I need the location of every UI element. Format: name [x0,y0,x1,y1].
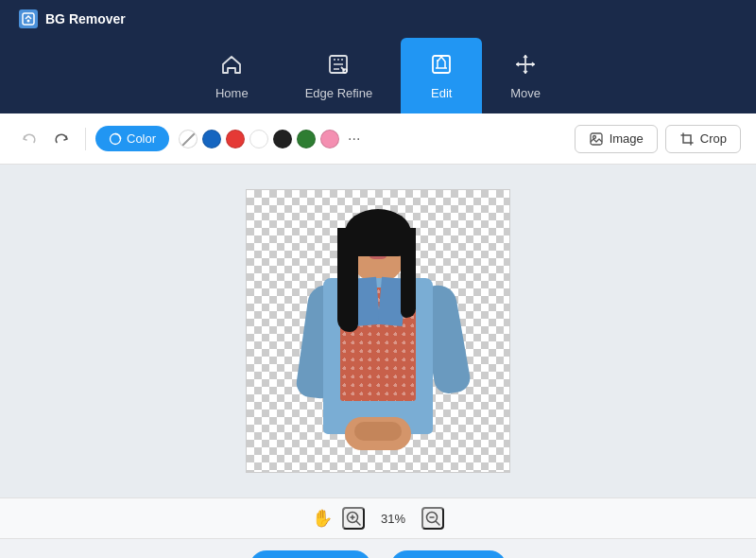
canvas-area [0,165,756,497]
app-logo-icon [19,9,38,28]
color-swatches: ··· [179,129,364,149]
sidebar-item-edit[interactable]: Edit [401,38,482,113]
sidebar-item-move[interactable]: Move [482,38,569,113]
home-icon [219,52,244,80]
footer: New Image Download [0,539,756,558]
color-label: Color [127,131,156,146]
svg-point-1 [27,20,30,23]
svg-rect-0 [23,13,34,25]
status-bar: ✋ 31% [0,497,756,539]
image-canvas [246,189,510,473]
edit-label: Edit [431,86,452,100]
app-title: BG Remover [45,11,126,26]
swatch-green[interactable] [297,130,316,148]
zoom-control: ✋ 31% [312,507,444,530]
toolbar: Color ··· Image Crop [0,113,756,165]
sidebar-item-home[interactable]: Home [187,38,277,113]
toolbar-right: Image Crop [575,125,741,153]
svg-rect-4 [433,56,450,73]
crop-button[interactable]: Crop [665,125,741,153]
swatch-black[interactable] [273,130,292,148]
swatch-red[interactable] [226,130,245,148]
swatch-no-color[interactable] [179,130,198,148]
swatch-pink[interactable] [320,130,339,148]
nav-items: Home Edge Refine [187,0,569,113]
image-button[interactable]: Image [575,125,658,153]
swatch-white[interactable] [249,130,268,148]
person-image [274,204,482,460]
hands [345,417,411,450]
zoom-value: 31% [374,512,412,526]
move-label: Move [510,86,541,100]
toolbar-divider-1 [85,128,86,150]
swatch-blue[interactable] [202,130,221,148]
zoom-out-button[interactable] [421,507,444,530]
edge-refine-icon [326,52,351,80]
crop-label: Crop [700,131,727,146]
color-button[interactable]: Color [95,126,169,151]
image-label: Image [610,131,644,146]
hand-tool-icon[interactable]: ✋ [312,508,333,529]
redo-button[interactable] [47,125,76,153]
zoom-in-button[interactable] [342,507,365,530]
move-icon [513,52,538,80]
more-colors-button[interactable]: ··· [344,129,364,149]
undo-redo-group [15,125,76,153]
edit-icon [429,52,454,80]
edge-refine-label: Edge Refine [305,86,373,100]
home-label: Home [215,86,249,100]
svg-rect-7 [591,133,602,145]
header: BG Remover Home [0,0,756,113]
new-image-button[interactable]: New Image [249,550,371,558]
svg-point-5 [437,60,438,61]
sidebar-item-edge-refine[interactable]: Edge Refine [277,38,402,113]
download-button[interactable]: Download [390,550,507,558]
svg-point-8 [593,135,595,138]
canvas-wrapper[interactable] [0,165,756,497]
undo-button[interactable] [15,125,43,153]
hair [345,209,411,289]
app-logo: BG Remover [19,9,126,28]
